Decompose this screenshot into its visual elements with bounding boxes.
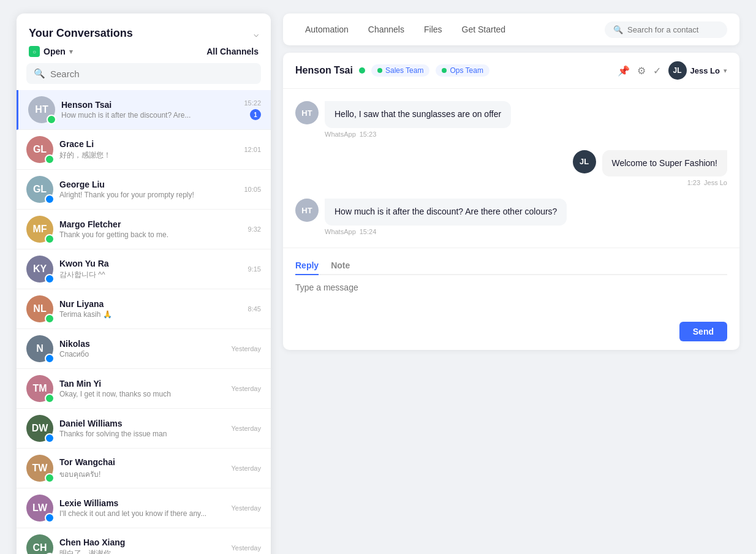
channel-badge-kwon <box>45 274 55 284</box>
conv-preview-nikolas: Спасибо <box>59 350 225 359</box>
ops-team-badge[interactable]: Ops Team <box>436 64 489 77</box>
conv-time-lexie: Yesterday <box>231 504 261 512</box>
msg-avatar-msg2: JL <box>573 150 596 173</box>
channel-badge-george <box>45 194 55 204</box>
agent-badge[interactable]: JL Jess Lo ▾ <box>668 61 727 80</box>
conversation-list: HT Henson Tsai How much is it after the … <box>17 90 271 554</box>
conversation-item-margo[interactable]: MF Margo Fletcher Thank you for getting … <box>17 210 271 249</box>
channel-badge-lexie <box>45 513 55 523</box>
conv-name-lexie: Lexie Williams <box>59 498 225 508</box>
filter-row: ○ Open ▾ All Channels <box>17 46 271 63</box>
avatar-wrap-daniel: DW <box>26 415 53 442</box>
check-icon[interactable]: ✓ <box>653 65 661 77</box>
conv-info-henson: Henson Tsai How much is it after the dis… <box>61 100 238 120</box>
conv-info-kwon: Kwon Yu Ra 감사합니다 ^^ <box>59 259 242 280</box>
msg-time-msg3: 15:24 <box>360 228 377 235</box>
conv-name-grace: Grace Li <box>59 139 238 149</box>
conversation-item-nur[interactable]: NL Nur Liyana Terima kasih 🙏 8:45 <box>17 289 271 329</box>
avatar-wrap-grace: GL <box>26 136 53 163</box>
open-status-icon: ○ <box>29 46 40 57</box>
conversation-item-tor[interactable]: TW Tor Wangchai ขอบคุณครับ! Yesterday <box>17 449 271 488</box>
search-input[interactable] <box>50 69 254 79</box>
filter-open-button[interactable]: ○ Open ▾ <box>29 46 73 57</box>
conversation-item-grace[interactable]: GL Grace Li 好的，感謝您！ 12:01 <box>17 130 271 170</box>
conv-info-daniel: Daniel Williams Thanks for solving the i… <box>59 419 225 438</box>
nav-automation[interactable]: Automation <box>295 13 358 45</box>
conv-info-lexie: Lexie Williams I'll check it out and let… <box>59 498 225 518</box>
msg-time-msg1: 15:23 <box>360 131 377 138</box>
send-button[interactable]: Send <box>679 322 727 341</box>
conv-meta-kwon: 9:15 <box>248 265 261 273</box>
conv-name-margo: Margo Fletcher <box>59 219 242 229</box>
left-panel: Your Conversations ⌵ ○ Open ▾ All Channe… <box>17 13 271 554</box>
conv-meta-daniel: Yesterday <box>231 425 261 432</box>
pin-icon[interactable]: 📌 <box>618 65 630 77</box>
settings-icon[interactable]: ⚙ <box>637 65 646 77</box>
sales-team-dot <box>377 68 382 73</box>
conv-time-nur: 8:45 <box>248 305 261 313</box>
conversation-item-daniel[interactable]: DW Daniel Williams Thanks for solving th… <box>17 409 271 449</box>
conversation-item-henson[interactable]: HT Henson Tsai How much is it after the … <box>17 90 271 130</box>
conv-name-tanminyi: Tan Min Yi <box>59 379 225 389</box>
chat-header: Henson Tsai Sales Team Ops Team 📌 ⚙ ✓ JL <box>283 53 739 89</box>
conv-info-chen: Chen Hao Xiang 明白了，谢谢你 <box>59 537 225 555</box>
search-box: 🔍 <box>26 63 261 84</box>
conv-name-nur: Nur Liyana <box>59 299 242 309</box>
channel-badge-daniel <box>45 433 55 443</box>
search-icon: 🔍 <box>34 68 45 79</box>
conv-preview-daniel: Thanks for solving the issue man <box>59 430 225 438</box>
filter-open-chevron-icon: ▾ <box>69 48 73 56</box>
tab-note[interactable]: Note <box>331 257 350 275</box>
avatar-wrap-margo: MF <box>26 216 53 243</box>
conv-time-margo: 9:32 <box>248 226 261 233</box>
conversation-item-tanminyi[interactable]: TM Tan Min Yi Okay, I get it now, thanks… <box>17 369 271 409</box>
avatar-wrap-chen: CH <box>26 534 53 554</box>
avatar-wrap-nur: NL <box>26 295 53 322</box>
nav-channels[interactable]: Channels <box>358 13 414 45</box>
left-header: Your Conversations ⌵ <box>17 13 271 46</box>
conv-meta-tanminyi: Yesterday <box>231 385 261 392</box>
conv-info-nikolas: Nikolas Спасибо <box>59 339 225 359</box>
channel-badge-margo <box>45 234 55 244</box>
nav-get-started[interactable]: Get Started <box>452 13 516 45</box>
nav-files[interactable]: Files <box>414 13 452 45</box>
app-container: Your Conversations ⌵ ○ Open ▾ All Channe… <box>17 13 739 541</box>
avatar-wrap-nikolas: N <box>26 335 53 362</box>
conversation-item-george[interactable]: GL George Liu Alright! Thank you for you… <box>17 170 271 210</box>
conversations-title: Your Conversations <box>29 27 133 40</box>
conv-time-grace: 12:01 <box>244 146 261 153</box>
online-status-dot <box>359 67 365 74</box>
reply-box: Reply Note Send <box>283 248 739 350</box>
conversation-item-lexie[interactable]: LW Lexie Williams I'll check it out and … <box>17 488 271 528</box>
conv-name-chen: Chen Hao Xiang <box>59 537 225 547</box>
avatar-wrap-henson: HT <box>28 96 55 123</box>
chat-area: Henson Tsai Sales Team Ops Team 📌 ⚙ ✓ JL <box>283 53 739 350</box>
conversation-item-chen[interactable]: CH Chen Hao Xiang 明白了，谢谢你 Yesterday <box>17 528 271 554</box>
tab-reply[interactable]: Reply <box>295 257 319 275</box>
conv-name-george: George Liu <box>59 180 238 189</box>
conv-time-tanminyi: Yesterday <box>231 385 261 392</box>
avatar-wrap-lexie: LW <box>26 495 53 522</box>
msg-bubble-msg1: Hello, I saw that the sunglasses are on … <box>325 101 511 128</box>
sales-team-badge[interactable]: Sales Team <box>371 64 429 77</box>
conv-preview-grace: 好的，感謝您！ <box>59 150 238 161</box>
conv-preview-tor: ขอบคุณครับ! <box>59 468 225 480</box>
unread-badge-henson: 1 <box>250 109 261 120</box>
conversations-chevron-icon[interactable]: ⌵ <box>254 29 259 39</box>
msg-time-msg2: 1:23 <box>687 179 700 186</box>
msg-meta-msg3: WhatsApp 15:24 <box>325 228 567 235</box>
channel-badge-tanminyi <box>45 393 55 403</box>
filter-channels-button[interactable]: All Channels <box>206 47 259 56</box>
conv-meta-nur: 8:45 <box>248 305 261 313</box>
conv-preview-lexie: I'll check it out and let you know if th… <box>59 509 225 518</box>
conversation-item-nikolas[interactable]: N Nikolas Спасибо Yesterday <box>17 329 271 369</box>
contact-search-input[interactable] <box>627 25 719 34</box>
conversation-item-kwon[interactable]: KY Kwon Yu Ra 감사합니다 ^^ 9:15 <box>17 249 271 289</box>
conv-meta-henson: 15:22 1 <box>244 99 261 120</box>
channel-badge-grace <box>45 154 55 164</box>
agent-name: Jess Lo <box>690 66 720 75</box>
reply-input[interactable] <box>295 283 727 313</box>
conv-meta-grace: 12:01 <box>244 146 261 153</box>
conv-info-george: George Liu Alright! Thank you for your p… <box>59 180 238 199</box>
message-row-msg1: HT Hello, I saw that the sunglasses are … <box>295 101 727 138</box>
